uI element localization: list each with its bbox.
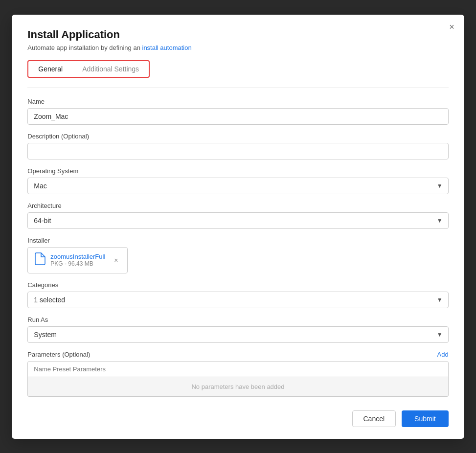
architecture-group: Architecture 64-bit 32-bit ▼ bbox=[27, 202, 448, 229]
close-button[interactable]: × bbox=[449, 23, 454, 31]
arch-select[interactable]: 64-bit 32-bit bbox=[27, 212, 448, 229]
categories-select[interactable]: 1 selected bbox=[27, 292, 448, 308]
architecture-label: Architecture bbox=[27, 202, 448, 209]
parameters-group: Parameters (Optional) Add No parameters … bbox=[27, 351, 448, 397]
modal-footer: Cancel Submit bbox=[27, 410, 448, 427]
description-label: Description (Optional) bbox=[27, 133, 448, 140]
parameters-empty-message: No parameters have been added bbox=[27, 377, 448, 397]
modal-backdrop: × Install Application Automate app insta… bbox=[0, 0, 476, 453]
section-divider bbox=[27, 88, 448, 88]
name-input[interactable] bbox=[27, 108, 448, 125]
os-select[interactable]: Mac Windows Linux bbox=[27, 178, 448, 194]
categories-group: Categories 1 selected ▼ bbox=[27, 281, 448, 308]
installer-group: Installer zoomusInstallerFull PKG - 96.4… bbox=[27, 237, 448, 273]
cancel-button[interactable]: Cancel bbox=[352, 410, 396, 427]
modal-subtitle: Automate app installation by defining an… bbox=[27, 44, 448, 51]
os-select-wrapper: Mac Windows Linux ▼ bbox=[27, 178, 448, 194]
tab-general[interactable]: General bbox=[28, 61, 72, 77]
os-label: Operating System bbox=[27, 167, 448, 175]
parameters-label: Parameters (Optional) bbox=[27, 351, 90, 358]
parameters-input[interactable] bbox=[27, 361, 448, 377]
description-group: Description (Optional) bbox=[27, 133, 448, 159]
run-as-group: Run As System User ▼ bbox=[27, 316, 448, 343]
categories-select-wrapper: 1 selected ▼ bbox=[27, 292, 448, 308]
description-input[interactable] bbox=[27, 143, 448, 159]
run-as-select-wrapper: System User ▼ bbox=[27, 326, 448, 343]
installer-meta: PKG - 96.43 MB bbox=[50, 260, 105, 267]
installer-remove-button[interactable]: × bbox=[112, 256, 120, 264]
installer-info: zoomusInstallerFull PKG - 96.43 MB bbox=[50, 253, 105, 267]
tabs-container: General Additional Settings bbox=[27, 60, 150, 78]
name-group: Name bbox=[27, 98, 448, 125]
modal-title: Install Application bbox=[27, 28, 448, 41]
installer-filename: zoomusInstallerFull bbox=[50, 253, 105, 260]
categories-label: Categories bbox=[27, 281, 448, 289]
name-label: Name bbox=[27, 98, 448, 105]
run-as-select[interactable]: System User bbox=[27, 326, 448, 343]
arch-select-wrapper: 64-bit 32-bit ▼ bbox=[27, 212, 448, 229]
run-as-label: Run As bbox=[27, 316, 448, 323]
installer-label: Installer bbox=[27, 237, 448, 244]
installer-file-box: zoomusInstallerFull PKG - 96.43 MB × bbox=[27, 247, 127, 273]
add-parameter-link[interactable]: Add bbox=[437, 351, 449, 358]
parameters-header: Parameters (Optional) Add bbox=[27, 351, 448, 358]
tab-additional-settings[interactable]: Additional Settings bbox=[72, 61, 149, 77]
install-automation-link[interactable]: install automation bbox=[142, 44, 192, 51]
os-group: Operating System Mac Windows Linux ▼ bbox=[27, 167, 448, 194]
submit-button[interactable]: Submit bbox=[402, 410, 449, 427]
install-application-modal: × Install Application Automate app insta… bbox=[12, 15, 464, 439]
file-icon bbox=[35, 252, 45, 268]
